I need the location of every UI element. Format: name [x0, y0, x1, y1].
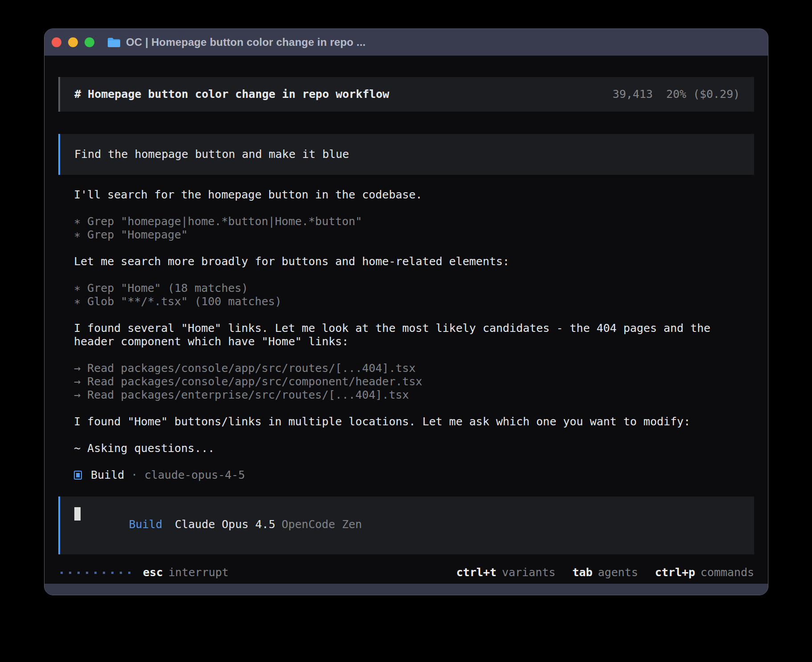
- assistant-output-line: ∗ Glob "**/*.tsx" (100 matches): [74, 295, 754, 308]
- user-message: Find the homepage button and make it blu…: [58, 134, 754, 175]
- hint-key: ctrl+p: [655, 566, 695, 579]
- assistant-output-line: I found "Home" buttons/links in multiple…: [74, 415, 754, 428]
- assistant-output-line: → Read packages/console/app/src/routes/[…: [74, 362, 754, 375]
- keyboard-hint-agents: tabagents: [572, 566, 638, 579]
- model-label[interactable]: Claude Opus 4.5: [175, 518, 276, 531]
- text-segment: ∗ Grep "Homepage": [74, 228, 188, 242]
- text-segment: ~ Asking questions...: [74, 442, 215, 455]
- window-titlebar[interactable]: OC | Homepage button color change in rep…: [45, 29, 768, 56]
- blank-line: [74, 402, 754, 415]
- spinner-dot: [120, 572, 122, 574]
- assistant-output-line: header component which have "Home" links…: [74, 335, 754, 348]
- text-segment: I'll search for the homepage button in t…: [74, 188, 422, 202]
- spinner-dot: [69, 572, 71, 574]
- blank-line: [74, 428, 754, 442]
- esc-key-hint: esc: [143, 566, 163, 579]
- agent-status-line: Build · claude-opus-4-5: [74, 468, 754, 482]
- text-segment: Let me search more broadly for buttons a…: [74, 255, 509, 268]
- traffic-lights: [52, 37, 94, 47]
- spinner-dot: [111, 572, 114, 574]
- session-header: # Homepage button color change in repo w…: [58, 77, 754, 112]
- context-cost: 20% ($0.29): [666, 88, 740, 101]
- close-button[interactable]: [52, 37, 61, 47]
- blank-line: [74, 268, 754, 282]
- blank-line: [74, 348, 754, 362]
- text-segment: ∗ Grep "homepage|home.*button|Home.*butt…: [74, 215, 362, 228]
- blank-line: [74, 455, 754, 468]
- hint-label: commands: [701, 566, 754, 579]
- text-segment: → Read packages/enterprise/src/routes/[.…: [74, 388, 409, 402]
- spinner-dot: [128, 572, 130, 574]
- spinner-dot: [77, 572, 80, 574]
- keyboard-hint-commands: ctrl+pcommands: [655, 566, 754, 579]
- esc-key-label: interrupt: [168, 566, 228, 579]
- assistant-output-line: I found several "Home" links. Let me loo…: [74, 322, 754, 335]
- spinner-dot: [61, 572, 63, 574]
- text-segment: Build: [91, 468, 124, 482]
- text-segment: I found "Home" buttons/links in multiple…: [74, 415, 690, 428]
- status-bar: esc interrupt ctrl+tvariantstabagentsctr…: [58, 566, 754, 579]
- hint-key: ctrl+t: [456, 566, 496, 579]
- text-segment: ·: [124, 468, 144, 482]
- assistant-output-line: → Read packages/console/app/src/componen…: [74, 375, 754, 388]
- text-segment: ∗ Grep "Home" (18 matches): [74, 282, 248, 295]
- window-bottom-edge: [45, 584, 768, 595]
- terminal-content: # Homepage button color change in repo w…: [45, 56, 768, 584]
- keyboard-hint-variants: ctrl+tvariants: [456, 566, 556, 579]
- assistant-output-line: ~ Asking questions...: [74, 442, 754, 455]
- conversation-log: I'll search for the homepage button in t…: [58, 188, 754, 482]
- status-right: ctrl+tvariantstabagentsctrl+pcommands: [456, 566, 754, 579]
- blank-line: [74, 308, 754, 322]
- assistant-output-line: ∗ Grep "homepage|home.*button|Home.*butt…: [74, 215, 754, 228]
- spinner-dot: [86, 572, 88, 574]
- text-segment: → Read packages/console/app/src/componen…: [74, 375, 422, 388]
- text-segment: I found several "Home" links. Let me loo…: [74, 322, 710, 335]
- status-left: esc interrupt: [58, 566, 229, 579]
- assistant-output-line: ∗ Grep "Homepage": [74, 228, 754, 242]
- minimize-button[interactable]: [68, 37, 78, 47]
- user-message-text: Find the homepage button and make it blu…: [74, 148, 349, 161]
- zoom-button[interactable]: [85, 37, 94, 47]
- assistant-output-line: Let me search more broadly for buttons a…: [74, 255, 754, 268]
- blank-line: [74, 242, 754, 255]
- agent-badge-icon: [74, 471, 82, 480]
- text-segment: header component which have "Home" links…: [74, 335, 349, 348]
- terminal-window: OC | Homepage button color change in rep…: [44, 28, 768, 595]
- folder-icon: [107, 37, 121, 48]
- hint-key: tab: [572, 566, 593, 579]
- session-title: # Homepage button color change in repo w…: [74, 88, 389, 101]
- session-stats: 39,41320% ($0.29): [559, 74, 740, 114]
- hint-label: agents: [598, 566, 638, 579]
- hint-label: variants: [502, 566, 555, 579]
- spinner-dot: [94, 572, 97, 574]
- provider-label: OpenCode Zen: [281, 518, 362, 531]
- spinner-dot: [103, 572, 105, 574]
- text-segment: → Read packages/console/app/src/routes/[…: [74, 362, 416, 375]
- token-count: 39,413: [613, 88, 653, 101]
- assistant-output-line: ∗ Grep "Home" (18 matches): [74, 282, 754, 295]
- text-segment: claude-opus-4-5: [144, 468, 245, 482]
- assistant-output-line: → Read packages/enterprise/src/routes/[.…: [74, 388, 754, 402]
- window-title: OC | Homepage button color change in rep…: [126, 36, 365, 48]
- agent-selector[interactable]: Build: [129, 518, 162, 531]
- spinner-dots: [61, 572, 130, 574]
- prompt-editor[interactable]: BuildClaude Opus 4.5OpenCode Zen: [58, 496, 754, 554]
- editor-status-row: BuildClaude Opus 4.5OpenCode Zen: [75, 505, 362, 545]
- text-segment: ∗ Glob "**/*.tsx" (100 matches): [74, 295, 282, 308]
- blank-line: [74, 202, 754, 215]
- assistant-output-line: I'll search for the homepage button in t…: [74, 188, 754, 202]
